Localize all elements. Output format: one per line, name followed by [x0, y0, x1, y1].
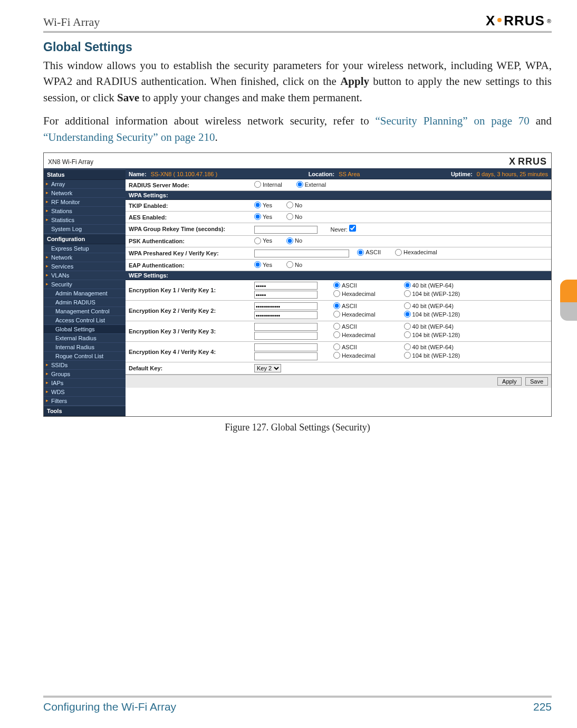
radio-hex[interactable]: Hexadecimal — [333, 290, 376, 297]
sidebar-item[interactable]: System Log — [44, 225, 126, 234]
logo-dot-icon — [497, 18, 502, 22]
radio-hex[interactable]: Hexadecimal — [395, 249, 437, 256]
figure-caption: Figure 127. Global Settings (Security) — [43, 422, 552, 433]
key4-input[interactable] — [254, 343, 318, 351]
radio-hex[interactable]: Hexadecimal — [333, 352, 376, 359]
row-label: TKIP Enabled: — [126, 200, 251, 212]
sidebar-subitem[interactable]: Internal Radius — [44, 343, 126, 352]
sidebar-item[interactable]: Groups — [44, 370, 126, 379]
sidebar-item[interactable]: IAPs — [44, 379, 126, 388]
nav-sidebar: Status Array Network RF Monitor Stations… — [44, 169, 126, 416]
sidebar-subitem[interactable]: Admin Management — [44, 289, 126, 298]
key1-input[interactable] — [254, 282, 318, 290]
radio-yes[interactable]: Yes — [254, 261, 272, 268]
radio-yes[interactable]: Yes — [254, 202, 272, 208]
sidebar-subitem[interactable]: Rogue Control List — [44, 352, 126, 361]
sidebar-item[interactable]: Stations — [44, 207, 126, 216]
radio-ascii[interactable]: ASCII — [333, 302, 376, 309]
row-label: RADIUS Server Mode: — [126, 179, 251, 191]
radio-internal[interactable]: Internal — [254, 181, 282, 188]
radio-40bit[interactable]: 40 bit (WEP-64) — [404, 323, 460, 330]
row-label: Encryption Key 3 / Verify Key 3: — [126, 321, 251, 342]
footer-title: Configuring the Wi-Fi Array — [43, 701, 176, 713]
never-checkbox[interactable]: Never: — [330, 226, 357, 233]
apply-button[interactable]: Apply — [497, 377, 522, 386]
radio-hex[interactable]: Hexadecimal — [333, 331, 376, 338]
sidebar-item[interactable]: Services — [44, 262, 126, 271]
row-label: Default Key: — [126, 362, 251, 375]
sidebar-item-security[interactable]: Security — [44, 280, 126, 289]
radio-ascii[interactable]: ASCII — [333, 343, 376, 350]
shot-title: XN8 Wi-Fi Array — [48, 158, 93, 166]
paragraph-1: This window allows you to establish the … — [43, 58, 552, 106]
logo-xirrus: XRRUS® — [486, 13, 552, 29]
section-heading: Global Settings — [43, 40, 552, 54]
sidebar-subitem[interactable]: Admin RADIUS — [44, 298, 126, 307]
sidebar-item[interactable]: VLANs — [44, 271, 126, 280]
sidebar-item[interactable]: Network — [44, 253, 126, 262]
paragraph-2: For additional information about wireles… — [43, 113, 552, 145]
sidebar-item[interactable]: Network — [44, 189, 126, 198]
radio-yes[interactable]: Yes — [254, 213, 272, 220]
shot-logo: XRRUS — [509, 156, 547, 167]
radio-no[interactable]: No — [286, 261, 302, 268]
radio-104bit[interactable]: 104 bit (WEP-128) — [404, 290, 460, 297]
radio-yes[interactable]: Yes — [254, 237, 272, 244]
radio-no[interactable]: No — [286, 213, 302, 220]
sidebar-item[interactable]: Filters — [44, 397, 126, 406]
row-label: EAP Authentication: — [126, 260, 251, 271]
row-label: WPA Group Rekey Time (seconds): — [126, 223, 251, 236]
key3-input[interactable] — [254, 323, 318, 331]
key1-verify-input[interactable] — [254, 291, 318, 299]
footer-page-number: 225 — [533, 701, 552, 713]
row-label: Encryption Key 1 / Verify Key 1: — [126, 280, 251, 301]
page-edge-tab-icon — [560, 280, 577, 321]
nav-section-status: Status — [44, 169, 126, 180]
radio-40bit[interactable]: 40 bit (WEP-64) — [404, 282, 460, 289]
sidebar-subitem[interactable]: External Radius — [44, 334, 126, 343]
radio-104bit[interactable]: 104 bit (WEP-128) — [404, 352, 460, 359]
psk-input[interactable] — [254, 250, 349, 257]
row-label: Encryption Key 4 / Verify Key 4: — [126, 342, 251, 362]
radio-40bit[interactable]: 40 bit (WEP-64) — [404, 302, 460, 309]
radio-no[interactable]: No — [286, 202, 302, 208]
key2-input[interactable] — [254, 302, 318, 310]
default-key-select[interactable]: Key 2 — [254, 364, 281, 372]
radio-external[interactable]: External — [296, 181, 326, 188]
link-understanding-security[interactable]: “Understanding Security” on page 210 — [43, 131, 215, 143]
page-header-title: Wi-Fi Array — [43, 15, 100, 29]
sidebar-item[interactable]: SSIDs — [44, 361, 126, 370]
radio-no[interactable]: No — [286, 237, 302, 244]
radio-40bit[interactable]: 40 bit (WEP-64) — [404, 343, 460, 350]
row-label: Encryption Key 2 / Verify Key 2: — [126, 301, 251, 321]
sidebar-subitem-selected[interactable]: Global Settings — [44, 325, 126, 334]
radio-hex[interactable]: Hexadecimal — [333, 311, 376, 318]
key2-verify-input[interactable] — [254, 311, 318, 319]
link-security-planning[interactable]: “Security Planning” on page 70 — [376, 114, 530, 127]
row-label: AES Enabled: — [126, 212, 251, 223]
sidebar-item[interactable]: Array — [44, 180, 126, 189]
radio-ascii[interactable]: ASCII — [333, 282, 376, 289]
figure-screenshot: XN8 Wi-Fi Array XRRUS Status Array Netwo… — [43, 152, 552, 417]
nav-section-config: Configuration — [44, 234, 126, 244]
sidebar-item[interactable]: RF Monitor — [44, 198, 126, 207]
radio-104bit[interactable]: 104 bit (WEP-128) — [404, 311, 460, 318]
sidebar-item[interactable]: WDS — [44, 388, 126, 397]
row-label: WPA Preshared Key / Verify Key: — [126, 247, 251, 260]
sidebar-subitem[interactable]: Access Control List — [44, 316, 126, 325]
sidebar-subitem[interactable]: Management Control — [44, 307, 126, 316]
radio-104bit[interactable]: 104 bit (WEP-128) — [404, 331, 460, 338]
row-label: PSK Authentication: — [126, 235, 251, 247]
status-bar: Name:SS-XN8 ( 10.100.47.186 ) Location:S… — [126, 169, 551, 179]
nav-section-tools: Tools — [44, 406, 126, 416]
radio-ascii[interactable]: ASCII — [357, 249, 381, 256]
sidebar-item[interactable]: Statistics — [44, 216, 126, 225]
group-header-wep: WEP Settings: — [126, 271, 551, 280]
key3-verify-input[interactable] — [254, 332, 318, 340]
key4-verify-input[interactable] — [254, 352, 318, 360]
group-header-wpa: WPA Settings: — [126, 191, 551, 200]
sidebar-item[interactable]: Express Setup — [44, 244, 126, 253]
rekey-input[interactable] — [254, 226, 318, 234]
save-button[interactable]: Save — [525, 377, 548, 386]
radio-ascii[interactable]: ASCII — [333, 323, 376, 330]
